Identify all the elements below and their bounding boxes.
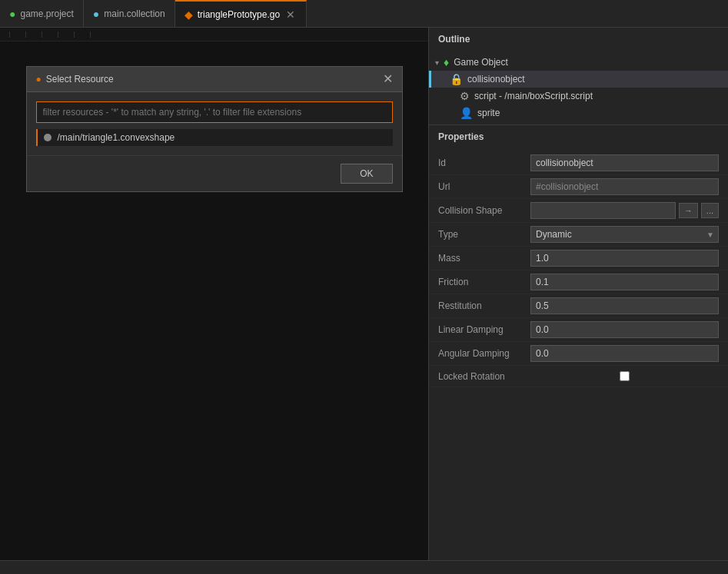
prop-label-type: Type (438, 229, 530, 240)
main-collection-icon: ● (93, 8, 99, 20)
right-panel: Outline ▾ ♦ Game Object 🔒 collisionobjec… (428, 28, 728, 560)
prop-value-collision-shape: → ... (530, 202, 719, 219)
modal-title-icon: ● (36, 74, 42, 85)
prop-input-angular-damping[interactable] (530, 345, 719, 362)
modal-title-text: Select Resource (46, 74, 114, 85)
tree-item-label: sprite (477, 108, 500, 118)
prop-value-linear-damping (530, 321, 719, 338)
prop-input-mass[interactable] (530, 250, 719, 267)
tree-item-collision-object[interactable]: 🔒 collisionobject (429, 71, 728, 88)
prop-input-linear-damping[interactable] (530, 321, 719, 338)
prop-value-restitution (530, 297, 719, 314)
prop-row-friction: Friction (429, 270, 728, 294)
prop-row-angular-damping: Angular Damping (429, 342, 728, 366)
prop-input-id[interactable] (530, 154, 719, 171)
prop-label-collision-shape: Collision Shape (438, 205, 530, 216)
tab-game-project[interactable]: ● game.project (0, 0, 84, 27)
tree-item-script[interactable]: ⚙ script - /main/boxScript.script (429, 88, 728, 105)
prop-row-locked-rotation: Locked Rotation (429, 366, 728, 387)
type-dropdown-wrapper: Dynamic Static Kinematic Trigger ▼ (530, 226, 719, 243)
prop-label-locked-rotation: Locked Rotation (438, 371, 530, 382)
prop-label-friction: Friction (438, 277, 530, 287)
prop-value-friction (530, 274, 719, 290)
game-object-icon: ♦ (444, 56, 449, 68)
prop-label-linear-damping: Linear Damping (438, 324, 530, 335)
prop-value-mass (530, 250, 719, 267)
sprite-icon: 👤 (460, 107, 473, 119)
prop-value-type: Dynamic Static Kinematic Trigger ▼ (530, 226, 719, 243)
type-dropdown[interactable]: Dynamic Static Kinematic Trigger (530, 226, 719, 243)
tab-close-button[interactable]: ✕ (284, 8, 297, 21)
game-project-icon: ● (9, 8, 15, 20)
script-icon: ⚙ (460, 90, 470, 102)
prop-input-restitution[interactable] (530, 297, 719, 314)
file-icon (44, 134, 52, 141)
prop-row-collision-shape: Collision Shape → ... (429, 199, 728, 223)
modal-overlay: ● Select Resource ✕ /main/triangle1.conv… (0, 28, 428, 560)
select-resource-modal: ● Select Resource ✕ /main/triangle1.conv… (26, 66, 403, 192)
prop-value-id (530, 154, 719, 171)
outline-section-header: Outline (429, 28, 728, 51)
properties-section-header: Properties (429, 124, 728, 148)
prop-row-type: Type Dynamic Static Kinematic Trigger ▼ (429, 223, 728, 247)
prop-input-url[interactable] (530, 178, 719, 195)
modal-body: /main/triangle1.convexshape (27, 92, 402, 155)
prop-input-locked-rotation[interactable] (530, 371, 719, 381)
file-name: /main/triangle1.convexshape (58, 132, 175, 143)
prop-row-linear-damping: Linear Damping (429, 318, 728, 342)
prop-value-url (530, 178, 719, 195)
modal-title: ● Select Resource (36, 74, 114, 85)
tree-item-game-object[interactable]: ▾ ♦ Game Object (429, 54, 728, 71)
tab-main-collection[interactable]: ● main.collection (84, 0, 175, 27)
prop-row-url: Url (429, 175, 728, 199)
prop-label-url: Url (438, 181, 530, 192)
prop-row-id: Id (429, 151, 728, 175)
outline-tree: ▾ ♦ Game Object 🔒 collisionobject ⚙ scri… (429, 51, 728, 124)
tab-game-project-label: game.project (20, 8, 73, 19)
collision-shape-ellipsis-button[interactable]: ... (701, 203, 719, 218)
modal-footer: OK (27, 155, 402, 191)
prop-label-restitution: Restitution (438, 300, 530, 311)
tab-bar: ● game.project ● main.collection ◆ trian… (0, 0, 728, 28)
main-area: ● Select Resource ✕ /main/triangle1.conv… (0, 28, 728, 560)
tree-item-sprite[interactable]: 👤 sprite (429, 105, 728, 121)
prop-value-angular-damping (530, 345, 719, 362)
prop-label-id: Id (438, 158, 530, 168)
prop-input-friction[interactable] (530, 274, 719, 290)
expand-arrow-icon: ▾ (435, 58, 439, 67)
tab-main-collection-label: main.collection (104, 8, 165, 19)
ok-button[interactable]: OK (341, 164, 392, 184)
properties-table: Id Url Collision Shape → ... (429, 148, 728, 560)
collision-shape-input[interactable] (530, 202, 676, 219)
prop-row-restitution: Restitution (429, 294, 728, 318)
collision-shape-arrow-button[interactable]: → (679, 203, 698, 218)
modal-header: ● Select Resource ✕ (27, 67, 402, 92)
tab-triangle-prototype[interactable]: ◆ trianglePrototype.go ✕ (175, 0, 307, 27)
list-item[interactable]: /main/triangle1.convexshape (36, 129, 393, 146)
tree-item-label: script - /main/boxScript.script (474, 91, 593, 101)
tab-triangle-prototype-label: trianglePrototype.go (198, 9, 280, 20)
bottom-timeline (0, 560, 728, 574)
prop-label-angular-damping: Angular Damping (438, 348, 530, 359)
collision-icon: 🔒 (450, 73, 463, 85)
resource-search-input[interactable] (36, 101, 393, 123)
prop-label-mass: Mass (438, 253, 530, 264)
prop-value-locked-rotation (530, 371, 719, 381)
file-list: /main/triangle1.convexshape (36, 129, 393, 146)
prop-row-mass: Mass (429, 247, 728, 270)
tree-item-label: Game Object (454, 57, 508, 68)
modal-close-button[interactable]: ✕ (383, 73, 393, 85)
triangle-prototype-icon: ◆ (184, 8, 193, 21)
tree-item-label: collisionobject (467, 74, 525, 85)
left-panel: ● Select Resource ✕ /main/triangle1.conv… (0, 28, 428, 560)
